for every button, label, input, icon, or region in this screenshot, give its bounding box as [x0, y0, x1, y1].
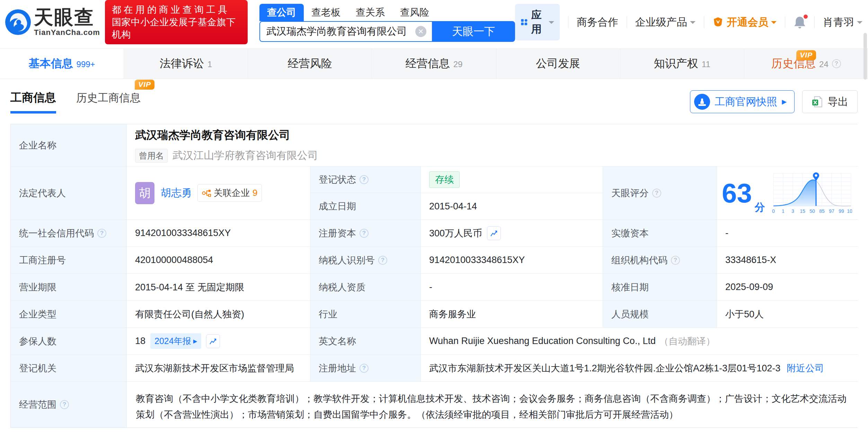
help-icon[interactable]: ?	[378, 256, 387, 265]
capital-trend-icon[interactable]	[487, 226, 501, 240]
reg-no-value: 420100000488054	[127, 247, 310, 274]
help-icon[interactable]: ?	[832, 59, 841, 68]
tab-count: 11	[702, 60, 710, 69]
help-icon[interactable]: ?	[652, 189, 661, 198]
search-tab-relation[interactable]: 查关系	[348, 4, 392, 21]
nav-enterprise-label: 企业级产品	[635, 15, 687, 29]
former-name-tag: 曾用名	[135, 149, 168, 163]
authority-value: 武汉东湖新技术开发区市场监督管理局	[127, 355, 310, 382]
help-icon[interactable]: ?	[671, 256, 680, 265]
nav-vip-upgrade[interactable]: 开通会员	[712, 15, 777, 29]
en-name-value: Wuhan Ruijie Xueshang Education Consulti…	[429, 336, 656, 346]
reg-capital-label-cell: 注册资本 ?	[310, 220, 421, 247]
divider	[814, 16, 815, 28]
user-menu[interactable]: 肖青羽	[823, 15, 862, 29]
tab-company-development[interactable]: 公司发展	[496, 49, 620, 79]
related-companies-badge[interactable]: 关联企业 9	[197, 184, 262, 202]
tab-label: 公司发展	[536, 56, 580, 71]
chevron-down-icon	[549, 21, 554, 27]
tab-label: 法律诉讼	[160, 56, 204, 71]
annual-report-badge[interactable]: 2024年报 ▶	[150, 333, 201, 349]
apps-label: 应用	[531, 8, 545, 36]
arrow-right-icon: ▶	[782, 98, 787, 106]
nav-cooperation[interactable]: 商务合作	[577, 15, 618, 29]
search-tab-risk[interactable]: 查风险	[392, 4, 437, 21]
excel-icon	[812, 96, 823, 108]
auto-translate-note: （自动翻译）	[659, 335, 715, 347]
search-input[interactable]	[259, 21, 432, 42]
reg-capital-value: 300万人民币	[429, 227, 482, 239]
score-value: 63	[722, 180, 752, 207]
apps-menu[interactable]: 应用	[515, 4, 560, 40]
tab-label: 知识产权	[654, 56, 698, 71]
score-label-cell: 天眼评分 ?	[603, 166, 717, 220]
svg-text:50: 50	[809, 208, 815, 214]
industry-value: 商务服务业	[421, 301, 603, 328]
former-name: 武汉江山学府教育咨询有限公司	[172, 148, 318, 163]
nav-enterprise[interactable]: 企业级产品	[635, 15, 696, 29]
svg-text:99: 99	[839, 208, 844, 214]
taxpayer-id-value: 9142010033348615XY	[421, 247, 603, 274]
score-unit: 分	[755, 200, 765, 215]
reg-status-cell: 存续	[421, 166, 603, 193]
notifications-bell[interactable]	[794, 16, 806, 29]
tab-count: 999+	[77, 60, 95, 69]
est-date-label: 成立日期	[310, 193, 421, 220]
score-cell: 63 分 0	[717, 166, 858, 220]
approval-date-label: 核准日期	[603, 274, 717, 301]
divider	[704, 16, 704, 28]
tab-label: 经营信息	[406, 56, 450, 71]
tab-legal[interactable]: 法律诉讼 1	[124, 49, 248, 79]
scope-label-cell: 经营范围 ?	[11, 382, 127, 427]
search-button[interactable]: 天眼一下	[432, 21, 515, 42]
insured-trend-icon[interactable]	[206, 334, 220, 348]
arrow-right-icon: ▶	[193, 338, 197, 344]
brand-domain: TianYanCha.com	[34, 28, 100, 37]
page-header: 天眼查 TianYanCha.com 都在用的商业查询工具 国家中小企业发展子基…	[0, 0, 868, 44]
scope-value: 教育咨询（不含中小学文化类教育培训）；教学软件开发；计算机信息技术开发、技术咨询…	[127, 382, 858, 427]
help-icon[interactable]: ?	[97, 229, 106, 238]
subtab-label: 历史工商信息	[76, 92, 141, 104]
taxpayer-quali-value: -	[421, 274, 603, 301]
tab-basic-info[interactable]: 基本信息 999+	[0, 49, 124, 79]
address-cell: 武汉市东湖新技术开发区关山大道1号1.2期光谷软件园.企业公馆A2栋1-3层01…	[421, 355, 858, 382]
legal-rep-avatar[interactable]: 胡	[135, 182, 154, 204]
svg-text:15: 15	[800, 208, 805, 214]
subtab-business-info[interactable]: 工商信息	[10, 90, 56, 114]
help-icon[interactable]: ?	[60, 400, 69, 409]
reg-status-label: 登记状态	[319, 173, 356, 186]
tab-intellectual-property[interactable]: 知识产权 11	[620, 49, 744, 79]
reg-status-label-cell: 登记状态 ?	[310, 166, 421, 193]
help-icon[interactable]: ?	[360, 364, 369, 373]
official-snapshot-button[interactable]: 工商官网快照 ▶	[690, 90, 795, 113]
clear-search-icon[interactable]: ✕	[415, 26, 426, 37]
search-tab-boss[interactable]: 查老板	[304, 4, 348, 21]
search-tab-company[interactable]: 查公司	[259, 4, 304, 21]
paid-capital-value: -	[717, 220, 858, 247]
reg-capital-cell: 300万人民币	[421, 220, 603, 247]
insured-cell: 18 2024年报 ▶	[127, 328, 310, 355]
svg-text:85: 85	[819, 208, 825, 214]
divider	[568, 16, 568, 28]
reg-no-label: 工商注册号	[11, 247, 127, 274]
nearby-companies-link[interactable]: 附近公司	[787, 362, 824, 374]
chevron-down-icon	[771, 21, 777, 27]
promo-banner: 都在用的商业查询工具 国家中小企业发展子基金旗下机构	[105, 0, 248, 44]
promo-line1: 都在用的商业查询工具	[112, 3, 241, 16]
help-icon[interactable]: ?	[360, 175, 369, 184]
reg-capital-label: 注册资本	[319, 227, 356, 239]
org-chart-icon	[202, 189, 211, 198]
divider	[785, 16, 785, 28]
subtab-history-business-info[interactable]: VIP 历史工商信息	[76, 91, 141, 113]
tianyancha-logo[interactable]: 天眼查 TianYanCha.com	[5, 7, 100, 37]
legal-rep-name-link[interactable]: 胡志勇	[161, 186, 192, 200]
export-button[interactable]: 导出	[802, 90, 858, 113]
tab-history-info[interactable]: VIP 历史信息 24 ?	[744, 49, 868, 79]
top-nav: 应用 商务合作 企业级产品 开通会员 肖青	[515, 4, 862, 40]
tab-operating-risk[interactable]: 经营风险	[248, 49, 372, 79]
help-icon[interactable]: ?	[360, 229, 369, 238]
export-label: 导出	[827, 95, 848, 109]
tab-count: 1	[207, 60, 212, 69]
tab-operating-info[interactable]: 经营信息 29	[372, 49, 496, 79]
divider	[627, 16, 627, 28]
